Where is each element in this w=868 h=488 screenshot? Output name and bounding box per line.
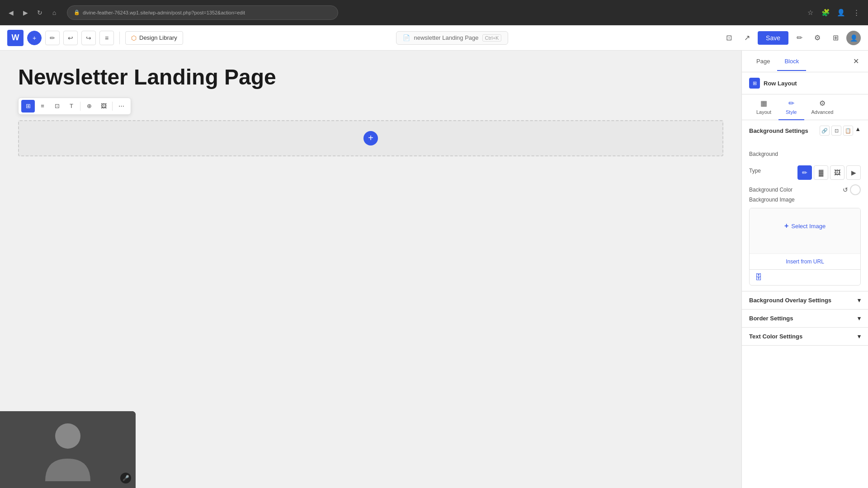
text-color-settings-header[interactable]: Text Color Settings ▾ bbox=[742, 328, 868, 345]
list-view-button[interactable]: ≡ bbox=[99, 31, 114, 45]
type-label: Type bbox=[749, 168, 761, 174]
browser-bar: ◀ ▶ ↻ ⌂ 🔒 divine-feather-76243.wp1.site/… bbox=[0, 0, 868, 25]
background-overlay-section: Background Overlay Settings ▾ bbox=[742, 291, 868, 310]
bookmark-button[interactable]: ☆ bbox=[804, 6, 816, 19]
bg-color-control: ↺ bbox=[843, 184, 861, 195]
url-bar[interactable]: 🔒 divine-feather-76243.wp1.site/wp-admin… bbox=[67, 5, 338, 20]
command-bar[interactable]: 📄 newsletter Landing Page Ctrl+K bbox=[396, 31, 508, 45]
undo-button[interactable]: ↩ bbox=[63, 31, 78, 45]
refresh-button[interactable]: ↻ bbox=[34, 7, 45, 18]
settings-button[interactable]: ⚙ bbox=[810, 31, 825, 45]
insert-url-button[interactable]: Insert from URL bbox=[786, 256, 824, 267]
redo-button[interactable]: ↪ bbox=[81, 31, 96, 45]
border-settings-header[interactable]: Border Settings ▾ bbox=[742, 310, 868, 327]
bg-header-controls: 🔗 ⊡ 📋 ▲ bbox=[820, 126, 861, 136]
main-area: Newsletter Landing Page ⊞ ≡ ⊡ T ⊕ 🖼 ⋯ + bbox=[0, 51, 868, 488]
text-color-settings-title: Text Color Settings bbox=[749, 333, 802, 340]
bg-image-footer: 🗄 bbox=[750, 269, 860, 285]
mic-icon: 🎤 bbox=[120, 473, 131, 483]
bg-color-reset[interactable]: ↺ bbox=[843, 186, 848, 193]
home-button[interactable]: ⌂ bbox=[49, 7, 60, 18]
url-text: divine-feather-76243.wp1.site/wp-admin/p… bbox=[83, 10, 245, 15]
design-library-icon: ⬡ bbox=[131, 34, 137, 42]
add-block-button[interactable]: + bbox=[27, 31, 42, 45]
bg-type-video[interactable]: ▶ bbox=[846, 165, 861, 180]
bg-type-buttons: ✏ ▓ 🖼 ▶ bbox=[797, 165, 861, 180]
row-add-button[interactable]: + bbox=[363, 131, 378, 145]
back-button[interactable]: ◀ bbox=[5, 7, 16, 18]
page-title[interactable]: Newsletter Landing Page bbox=[18, 64, 723, 90]
block-btn-text[interactable]: T bbox=[65, 100, 78, 113]
background-overlay-header[interactable]: Background Overlay Settings ▾ bbox=[742, 291, 868, 309]
style-tab-advanced[interactable]: ⚙ Advanced bbox=[804, 94, 841, 120]
design-library-button[interactable]: ⬡ Design Library bbox=[125, 31, 183, 45]
style-tab-style[interactable]: ✏ Style bbox=[778, 94, 804, 120]
block-btn-add[interactable]: ⊕ bbox=[82, 100, 96, 113]
advanced-icon: ⚙ bbox=[819, 99, 826, 108]
style-tab-layout[interactable]: ▦ Layout bbox=[749, 94, 778, 120]
svg-point-0 bbox=[55, 423, 80, 449]
user-avatar[interactable]: 👤 bbox=[846, 31, 861, 45]
bg-image-section: Background Image + Select Image Insert f… bbox=[749, 195, 861, 286]
block-btn-wrap[interactable]: ⊡ bbox=[50, 100, 64, 113]
tools-button[interactable]: ✏ bbox=[45, 31, 60, 45]
layout-toggle-button[interactable]: ⊞ bbox=[828, 31, 843, 45]
block-btn-align[interactable]: ≡ bbox=[36, 100, 49, 113]
right-sidebar: Page Block ✕ ⊞ Row Layout ▦ Layout ✏ Sty… bbox=[741, 51, 868, 488]
person-silhouette: 🎤 bbox=[0, 411, 136, 488]
toolbar-divider bbox=[80, 102, 80, 111]
border-settings-section: Border Settings ▾ bbox=[742, 310, 868, 328]
profile-button[interactable]: 👤 bbox=[835, 6, 847, 19]
select-image-label: Select Image bbox=[791, 223, 826, 230]
block-btn-more[interactable]: ⋯ bbox=[114, 100, 128, 113]
background-settings-header[interactable]: Background Settings 🔗 ⊡ 📋 ▲ bbox=[742, 120, 868, 141]
block-btn-grid[interactable]: ⊞ bbox=[21, 100, 35, 113]
design-library-label: Design Library bbox=[139, 34, 177, 41]
bg-image-upload: + Select Image bbox=[750, 208, 860, 253]
tab-page[interactable]: Page bbox=[749, 52, 777, 71]
row-layout-icon: ⊞ bbox=[749, 78, 760, 89]
toolbar-right: ⊡ ↗ Save ✏ ⚙ ⊞ 👤 bbox=[722, 31, 861, 45]
preview-button[interactable]: ⊡ bbox=[722, 31, 736, 45]
advanced-tab-label: Advanced bbox=[811, 109, 834, 115]
save-button[interactable]: Save bbox=[758, 31, 788, 45]
border-settings-title: Border Settings bbox=[749, 315, 793, 322]
video-overlay: 🎤 bbox=[0, 411, 136, 488]
bg-image-area: + Select Image Insert from URL 🗄 bbox=[749, 208, 861, 286]
text-color-collapse-icon: ▾ bbox=[858, 333, 861, 340]
style-tabs: ▦ Layout ✏ Style ⚙ Advanced bbox=[742, 94, 868, 120]
background-settings-body: Background Type ✏ ▓ 🖼 ▶ Background Color bbox=[742, 141, 868, 291]
layout-tab-label: Layout bbox=[756, 109, 771, 115]
row-block[interactable]: + bbox=[18, 120, 723, 156]
external-button[interactable]: ↗ bbox=[740, 31, 754, 45]
forward-button[interactable]: ▶ bbox=[20, 7, 31, 18]
background-overlay-title: Background Overlay Settings bbox=[749, 297, 831, 304]
command-bar-text: newsletter Landing Page bbox=[414, 34, 478, 41]
menu-button[interactable]: ⋮ bbox=[850, 6, 863, 19]
bg-color-label: Background Color bbox=[749, 187, 793, 193]
bg-paste-button[interactable]: 📋 bbox=[843, 126, 853, 136]
content-area: Newsletter Landing Page ⊞ ≡ ⊡ T ⊕ 🖼 ⋯ + bbox=[0, 51, 741, 488]
select-image-button[interactable]: + Select Image bbox=[784, 222, 826, 230]
block-label-row: ⊞ Row Layout bbox=[742, 72, 868, 94]
sidebar-tabs: Page Block ✕ bbox=[742, 51, 868, 72]
bg-color-swatch[interactable] bbox=[850, 184, 861, 195]
bg-link-button[interactable]: 🔗 bbox=[820, 126, 830, 136]
sidebar-close-button[interactable]: ✕ bbox=[851, 55, 861, 67]
document-icon: 📄 bbox=[403, 34, 410, 41]
bg-copy-button[interactable]: ⊡ bbox=[831, 126, 841, 136]
block-btn-image[interactable]: 🖼 bbox=[97, 100, 110, 113]
tab-block[interactable]: Block bbox=[777, 52, 806, 71]
wp-toolbar: W + ✏ ↩ ↪ ≡ ⬡ Design Library 📄 newslette… bbox=[0, 25, 868, 51]
background-settings-title: Background Settings bbox=[749, 127, 808, 134]
background-settings-section: Background Settings 🔗 ⊡ 📋 ▲ Background T… bbox=[742, 120, 868, 291]
bg-type-color[interactable]: ✏ bbox=[797, 165, 812, 180]
toolbar-center: 📄 newsletter Landing Page Ctrl+K bbox=[187, 31, 718, 45]
style-tab-label: Style bbox=[786, 109, 797, 115]
extensions-button[interactable]: 🧩 bbox=[819, 6, 832, 19]
bg-type-gradient[interactable]: ▓ bbox=[814, 165, 828, 180]
background-label: Background bbox=[749, 151, 778, 157]
bg-type-image[interactable]: 🖼 bbox=[830, 165, 844, 180]
insert-url-wrapper: Insert from URL bbox=[750, 253, 860, 269]
editor-toggle-button[interactable]: ✏ bbox=[792, 31, 807, 45]
